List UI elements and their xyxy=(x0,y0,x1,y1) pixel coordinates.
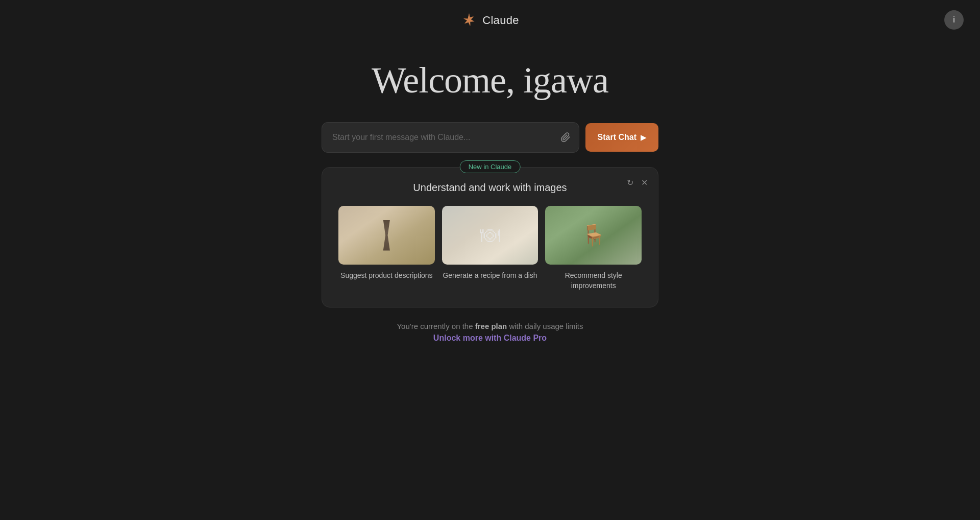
close-button[interactable]: ✕ xyxy=(639,176,650,190)
input-wrapper xyxy=(322,122,579,153)
feature-card: New in Claude ↻ ✕ Understand and work wi… xyxy=(322,167,658,308)
plan-info: You're currently on the free plan with d… xyxy=(397,322,583,343)
plan-text-suffix: with daily usage limits xyxy=(507,322,583,330)
arrow-icon: ▶ xyxy=(641,133,646,141)
example-label-product: Suggest product descriptions xyxy=(340,271,433,281)
attach-button[interactable] xyxy=(558,130,573,145)
paperclip-icon xyxy=(560,132,571,143)
example-label-style: Recommend style improvements xyxy=(545,271,642,291)
example-image-hourglass xyxy=(338,206,435,265)
plan-text: You're currently on the free plan with d… xyxy=(397,322,583,330)
card-title: Understand and work with images xyxy=(338,182,642,194)
header: Claude i xyxy=(0,0,980,29)
example-image-food xyxy=(442,206,538,265)
welcome-title: Welcome, igawa xyxy=(372,59,608,102)
plan-text-prefix: You're currently on the xyxy=(397,322,475,330)
new-badge: New in Claude xyxy=(460,160,521,173)
message-input[interactable] xyxy=(328,133,558,142)
claude-logo-text: Claude xyxy=(482,14,519,27)
refresh-icon: ↻ xyxy=(627,178,633,187)
plan-name: free plan xyxy=(475,322,507,330)
welcome-section: Welcome, igawa xyxy=(372,59,608,102)
example-image-chairs xyxy=(545,206,642,265)
input-section: Start Chat ▶ xyxy=(322,122,658,153)
close-icon: ✕ xyxy=(641,178,648,187)
claude-star-icon xyxy=(461,12,477,29)
upgrade-link[interactable]: Unlock more with Claude Pro xyxy=(433,334,547,342)
example-item-recipe[interactable]: Generate a recipe from a dish xyxy=(442,206,538,291)
example-label-recipe: Generate a recipe from a dish xyxy=(443,271,537,281)
example-item-style[interactable]: Recommend style improvements xyxy=(545,206,642,291)
start-chat-button[interactable]: Start Chat ▶ xyxy=(585,123,658,152)
start-chat-label: Start Chat xyxy=(598,133,636,142)
logo: Claude xyxy=(461,12,519,29)
avatar-button[interactable]: i xyxy=(944,10,964,30)
example-item-product[interactable]: Suggest product descriptions xyxy=(338,206,435,291)
refresh-button[interactable]: ↻ xyxy=(625,176,635,190)
examples-container: Suggest product descriptions Generate a … xyxy=(338,206,642,291)
